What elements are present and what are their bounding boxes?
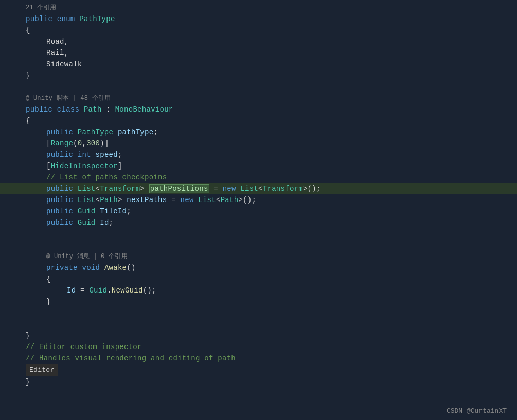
code-editor: 21 个引用 public enum PathType { Road, Rail… <box>0 0 517 420</box>
line-content: public List<Path> nextPaths = new List<P… <box>26 194 507 206</box>
line-comment-3: // Handles visual rendering and editing … <box>0 353 517 364</box>
line-content: @ Unity 消息 | 0 个引用 <box>26 251 507 262</box>
line-brace-open: { <box>0 25 517 36</box>
line-comment-2: // Editor custom inspector <box>0 341 517 353</box>
line-content: [Range(0,300)] <box>26 138 507 149</box>
line-field-nextpaths: public List<Path> nextPaths = new List<P… <box>0 194 517 206</box>
line-content: } <box>26 70 507 81</box>
line-content <box>26 307 507 319</box>
line-blank-3 <box>0 240 517 251</box>
line-method-close: } <box>0 296 517 307</box>
line-content: Id = Guid.NewGuid(); <box>26 285 507 296</box>
line-field-speed: public int speed; <box>0 149 517 160</box>
editor-tag-label: Editor <box>26 364 58 376</box>
line-class-decl: public class Path : MonoBehaviour <box>0 104 517 115</box>
line-field-pathtype: public PathType pathType; <box>0 126 517 138</box>
line-content: } <box>26 296 507 307</box>
line-class-close: } <box>0 330 517 341</box>
line-content <box>26 240 507 251</box>
line-blank-4 <box>0 307 517 319</box>
line-method-awake: private void Awake() <box>0 262 517 273</box>
line-content: // Editor custom inspector <box>26 341 507 353</box>
line-enum-decl: public enum PathType <box>0 13 517 25</box>
line-content: // Handles visual rendering and editing … <box>26 353 507 364</box>
line-brace-close-enum: } <box>0 70 517 81</box>
line-sidewalk: Sidewalk <box>0 59 517 70</box>
line-meta-1: 21 个引用 <box>0 2 517 13</box>
line-method-open: { <box>0 273 517 285</box>
line-content: public class Path : MonoBehaviour <box>26 104 507 115</box>
line-content: { <box>26 25 507 36</box>
line-content: public PathType pathType; <box>26 126 507 138</box>
line-field-id: public Guid Id; <box>0 217 517 228</box>
line-content: { <box>26 115 507 126</box>
line-content: public Guid Id; <box>26 217 507 228</box>
line-rail: Rail, <box>0 47 517 59</box>
line-content <box>26 228 507 240</box>
line-content: { <box>26 273 507 285</box>
line-meta-2: @ Unity 脚本 | 48 个引用 <box>0 93 517 104</box>
line-stmt-newguid: Id = Guid.NewGuid(); <box>0 285 517 296</box>
line-content <box>26 319 507 330</box>
line-final-close: } <box>0 376 517 388</box>
line-content: private void Awake() <box>26 262 507 273</box>
code-area: 21 个引用 public enum PathType { Road, Rail… <box>0 0 517 420</box>
line-content: public Guid TileId; <box>26 206 507 217</box>
line-content: [HideInInspector] <box>26 160 507 172</box>
line-content: public int speed; <box>26 149 507 160</box>
line-comment-1: // List of paths checkpoins <box>0 172 517 183</box>
line-road: Road, <box>0 36 517 47</box>
line-attr-hide: [HideInInspector] <box>0 160 517 172</box>
line-content: } <box>26 376 507 388</box>
line-blank-1 <box>0 81 517 93</box>
line-meta-3: @ Unity 消息 | 0 个引用 <box>0 251 517 262</box>
line-content: Editor <box>26 364 507 376</box>
line-blank-2 <box>0 228 517 240</box>
line-blank-5 <box>0 319 517 330</box>
line-content: Road, <box>26 36 507 47</box>
line-content: } <box>26 330 507 341</box>
line-field-tileid: public Guid TileId; <box>0 206 517 217</box>
line-class-open: { <box>0 115 517 126</box>
watermark: CSDN @CurtainXT <box>447 407 507 415</box>
line-editor-tag: Editor <box>0 364 517 376</box>
line-content: Rail, <box>26 47 507 59</box>
line-content <box>26 81 507 93</box>
line-attr-range: [Range(0,300)] <box>0 138 517 149</box>
line-content: @ Unity 脚本 | 48 个引用 <box>26 93 507 104</box>
line-field-pathpositions: public List<Transform> pathPositions = n… <box>0 183 517 194</box>
line-content: public enum PathType <box>26 13 507 25</box>
line-content: 21 个引用 <box>26 2 507 13</box>
line-content: Sidewalk <box>26 59 507 70</box>
line-content: public List<Transform> pathPositions = n… <box>26 183 507 194</box>
line-content: // List of paths checkpoins <box>26 172 507 183</box>
